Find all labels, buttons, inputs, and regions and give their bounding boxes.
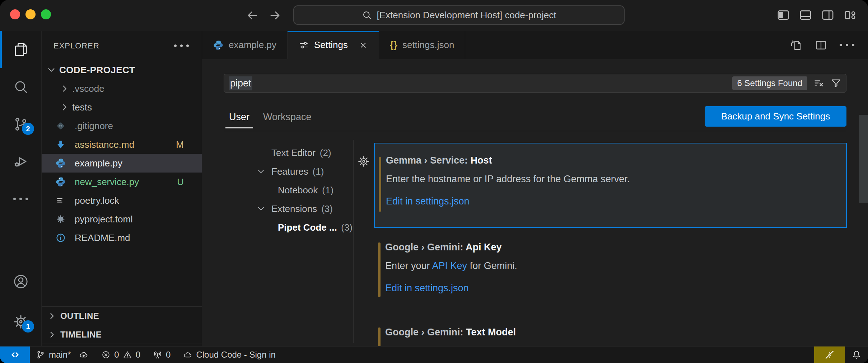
scope-tab-user[interactable]: User: [225, 112, 253, 128]
results-count-badge: 6 Settings Found: [732, 76, 807, 90]
settings-editor: pipet 6 Settings Found User Workspace Ba…: [202, 59, 868, 346]
activitybar-search[interactable]: [0, 68, 41, 105]
tree-item-example-py[interactable]: example.py: [42, 154, 202, 173]
python-icon: [55, 176, 67, 187]
section-label: OUTLINE: [60, 311, 99, 321]
tree-item-poetry-lock[interactable]: poetry.lock: [42, 191, 202, 210]
tab-example-py[interactable]: example.py: [202, 31, 288, 59]
setting-description: Enter your API Key for Gemini.: [374, 253, 847, 272]
modified-indicator: [378, 242, 381, 297]
toc-extensions[interactable]: Extensions (3): [224, 199, 353, 218]
tree-root-code-project[interactable]: CODE-PROJECT: [42, 61, 202, 79]
toc-notebook[interactable]: Notebook (1): [224, 181, 353, 199]
toc-text-editor[interactable]: Text Editor (2): [224, 143, 353, 162]
tree-item-vscode[interactable]: .vscode: [42, 79, 202, 98]
search-controls: 6 Settings Found: [732, 76, 842, 90]
settings-search-input[interactable]: pipet 6 Settings Found: [224, 74, 846, 93]
activitybar-explorer[interactable]: [0, 31, 41, 68]
root-folder-label: CODE-PROJECT: [59, 65, 135, 76]
activitybar-settings[interactable]: 1: [0, 303, 41, 340]
setting-item-gemini-api-key[interactable]: Google › Gemini: Api Key Enter your API …: [374, 229, 847, 315]
tree-item-tests[interactable]: tests: [42, 98, 202, 117]
more-actions-icon[interactable]: [840, 44, 854, 46]
explorer-more-actions[interactable]: [174, 44, 189, 47]
remote-indicator[interactable]: [0, 346, 30, 363]
git-status-badge: M: [176, 139, 184, 150]
command-center[interactable]: [Extension Development Host] code-projec…: [293, 5, 625, 25]
search-icon: [361, 10, 372, 20]
tree-item-new-service-py[interactable]: new_service.py U: [42, 173, 202, 191]
setting-item-gemma-service-host[interactable]: Gemma › Service: Host Enter the hostname…: [374, 143, 847, 228]
problems-status-item[interactable]: 0 0: [101, 350, 140, 360]
file-label: pyproject.toml: [75, 214, 133, 225]
filter-icon[interactable]: [830, 77, 842, 89]
tab-label: settings.json: [402, 39, 454, 51]
notifications-button[interactable]: [845, 346, 868, 363]
outline-section[interactable]: OUTLINE: [42, 306, 202, 325]
timeline-section[interactable]: TIMELINE: [42, 325, 202, 344]
tab-settings-json[interactable]: {} settings.json: [379, 31, 466, 59]
clear-filters-icon[interactable]: [813, 77, 825, 89]
download-arrow-icon: [55, 139, 67, 150]
explorer-header: EXPLORER: [42, 31, 202, 61]
ports-count: 0: [166, 350, 171, 360]
tab-settings[interactable]: Settings: [288, 31, 379, 59]
edit-in-settings-json-link[interactable]: Edit in settings.json: [374, 272, 847, 294]
customize-layout-icon[interactable]: [843, 8, 857, 22]
toc-pipet-code[interactable]: Pipet Code ... (3): [224, 218, 353, 237]
chevron-right-icon: [59, 83, 70, 94]
close-icon[interactable]: [359, 41, 368, 50]
branch-status-item[interactable]: main*: [36, 350, 89, 360]
activitybar-run-debug[interactable]: [0, 143, 41, 180]
toggle-primary-sidebar-icon[interactable]: [776, 8, 790, 22]
bell-icon: [851, 349, 862, 360]
file-tree: CODE-PROJECT .vscode tests .gitignore: [42, 61, 202, 247]
warning-count: 0: [136, 350, 140, 360]
activitybar-more[interactable]: [0, 180, 41, 217]
account-icon: [12, 273, 29, 290]
tree-item-gitignore[interactable]: .gitignore: [42, 117, 202, 135]
edit-in-settings-json-link[interactable]: Edit in settings.json: [375, 185, 846, 207]
tree-item-assistance-md[interactable]: assistance.md M: [42, 135, 202, 154]
toggle-panel-icon[interactable]: [798, 8, 813, 22]
folder-label: tests: [72, 102, 92, 113]
toc-features[interactable]: Features (1): [224, 162, 353, 181]
nav-forward-button[interactable]: [267, 7, 283, 24]
ellipsis-icon: [13, 198, 28, 200]
chevron-right-icon: [59, 102, 70, 113]
ai-status-button[interactable]: [814, 346, 845, 363]
cloud-code-label: Cloud Code - Sign in: [196, 350, 275, 360]
chevron-down-icon: [46, 65, 57, 75]
folder-label: .vscode: [72, 83, 104, 94]
open-settings-json-icon[interactable]: [789, 39, 802, 52]
scrollbar-thumb[interactable]: [859, 115, 868, 203]
nav-back-button[interactable]: [244, 7, 261, 24]
close-window-button[interactable]: [10, 9, 20, 19]
error-count: 0: [114, 350, 119, 360]
scope-divider: [224, 131, 846, 131]
chevron-down-icon: [256, 204, 266, 214]
activitybar-source-control[interactable]: 2: [0, 105, 41, 143]
window-title: [Extension Development Host] code-projec…: [377, 10, 556, 21]
backup-sync-button[interactable]: Backup and Sync Settings: [705, 106, 846, 127]
file-label: example.py: [75, 158, 122, 169]
scope-tab-workspace[interactable]: Workspace: [260, 112, 315, 128]
split-editor-icon[interactable]: [815, 39, 827, 52]
api-key-link[interactable]: API Key: [432, 260, 467, 271]
git-branch-icon: [36, 350, 46, 360]
activitybar-accounts[interactable]: [0, 263, 41, 300]
gear-icon: [55, 214, 67, 224]
setting-title: Google › Gemini: Api Key: [374, 229, 847, 253]
section-label: TIMELINE: [60, 330, 102, 340]
cloud-code-status-item[interactable]: Cloud Code - Sign in: [183, 350, 275, 360]
tree-item-pyproject-toml[interactable]: pyproject.toml: [42, 210, 202, 228]
minimize-window-button[interactable]: [25, 9, 36, 19]
toggle-secondary-sidebar-icon[interactable]: [821, 8, 835, 22]
explorer-sidebar: EXPLORER CODE-PROJECT .vscode tests .git…: [42, 31, 202, 346]
setting-actions-gear-icon[interactable]: [357, 155, 370, 168]
scm-badge: 2: [22, 123, 34, 135]
ports-status-item[interactable]: 0: [153, 350, 171, 360]
tree-item-readme-md[interactable]: README.md: [42, 228, 202, 247]
search-icon: [13, 79, 29, 95]
maximize-window-button[interactable]: [41, 9, 51, 19]
